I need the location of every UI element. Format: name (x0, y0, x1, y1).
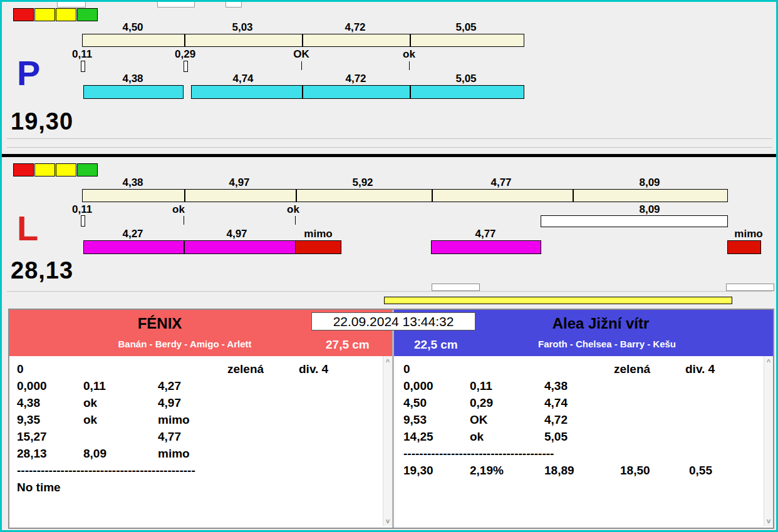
lane-letter-l: L (17, 211, 38, 246)
change-marker (184, 216, 184, 225)
table-row: 9,35 ok mimo (9, 413, 392, 430)
table-row: 28,13 8,09 mimo (9, 447, 392, 464)
lane-letter-p: P (17, 56, 40, 91)
split-time-label: 8,09 (639, 176, 660, 189)
team-right-results: 0 zelená div. 4 0,000 0,11 4,38 4,50 0,2… (396, 356, 773, 526)
scroll-down-icon[interactable]: v (764, 517, 773, 524)
change-marker (295, 216, 296, 225)
scrollbar-vertical[interactable]: ^ v (764, 356, 773, 526)
split-time-label: 4,38 (122, 176, 143, 189)
scroll-down-icon[interactable]: v (383, 517, 392, 524)
status-light-green (77, 163, 98, 176)
fault-bar-red (727, 240, 761, 254)
change-marker (184, 61, 188, 72)
stat-cell: 0,55 (689, 464, 712, 478)
lane-p-total-time: 19,30 (11, 110, 73, 133)
cell: ok (470, 430, 484, 444)
cell: 5,05 (544, 430, 568, 444)
split-time-label: 4,72 (345, 21, 365, 34)
cell: mimo (158, 447, 190, 461)
bar-tick (410, 85, 411, 99)
run-bar-cyan (83, 85, 184, 99)
cell: 4,77 (158, 430, 181, 444)
result-footer-row: No time (9, 481, 392, 498)
status-light-yellow (34, 8, 55, 21)
split-time-label: 5,92 (352, 176, 373, 189)
separator-dashes: ----------------------------------------… (17, 464, 195, 478)
cell: 0,11 (83, 379, 106, 393)
cell: div. 4 (299, 362, 328, 376)
team-right-jump-height: 22,5 cm (414, 338, 458, 352)
table-row: 14,25 ok 5,05 (396, 430, 773, 447)
panel-divider (392, 310, 394, 528)
lane-divider (2, 154, 776, 157)
cell: ok (83, 413, 97, 427)
progress-bar-yellow (384, 297, 732, 304)
cell: 0,000 (403, 379, 433, 393)
table-row: 0 zelená div. 4 (9, 362, 392, 379)
run-time-label: 4,97 (226, 228, 247, 240)
cell: 8,09 (83, 447, 106, 461)
run-time-label: 4,77 (475, 228, 495, 240)
checkpoint-label: ok (287, 203, 299, 216)
split-time-label: 5,05 (455, 21, 476, 34)
cell: zelená (227, 362, 264, 376)
bar-tick (573, 189, 574, 202)
cell: zelená (614, 362, 650, 376)
checkpoint-label: 0,11 (72, 203, 92, 216)
no-time-label: No time (17, 481, 61, 494)
cell: 28,13 (17, 447, 47, 461)
checkpoint-label: 8,09 (639, 203, 660, 216)
totals-row: 19,30 2,19% 18,89 18,50 0,55 (396, 464, 773, 481)
bar-tick (410, 34, 411, 47)
background-window-fragment (226, 2, 242, 8)
checkpoint-label: ok (403, 48, 415, 61)
pending-marker-box (726, 284, 774, 291)
cell: 4,74 (544, 396, 568, 410)
bar-tick (184, 34, 185, 47)
scroll-up-icon[interactable]: ^ (383, 358, 392, 366)
run-time-label: 4,72 (345, 73, 366, 85)
split-time-label: 4,50 (122, 21, 143, 34)
total-time-cell: 19,30 (403, 464, 433, 478)
split-time-label: 4,97 (229, 176, 249, 189)
fault-label: mimo (304, 228, 332, 240)
table-row: 15,27 4,77 (9, 430, 392, 447)
start-marker (81, 215, 85, 227)
fault-label: mimo (734, 228, 762, 240)
table-row: 9,53 OK 4,72 (396, 413, 773, 430)
scroll-up-icon[interactable]: ^ (764, 358, 773, 366)
cell: 0,11 (470, 379, 492, 393)
separator-dashes: -------------------------------------- (403, 447, 554, 461)
run-time-label: 4,38 (122, 73, 143, 85)
cell: 4,50 (403, 396, 427, 410)
empty-track-line (7, 291, 772, 292)
cell: 9,35 (17, 413, 40, 427)
datetime-display: 22.09.2024 13:44:32 (311, 312, 475, 330)
cell: 14,25 (403, 430, 433, 444)
bar-tick (296, 189, 297, 202)
table-row: 4,38 ok 4,97 (9, 396, 392, 413)
scrollbar-vertical[interactable]: ^ v (383, 356, 392, 526)
cell: 15,27 (17, 430, 47, 444)
empty-track-line (7, 138, 772, 139)
checkpoint-label: 0,29 (175, 48, 195, 61)
run-bar-magenta (83, 240, 296, 254)
run-time-label: 5,05 (455, 73, 476, 85)
cell: div. 4 (685, 362, 715, 376)
bar-tick (184, 189, 185, 202)
cell: 4,97 (158, 396, 181, 410)
cell: 0,000 (17, 379, 47, 393)
team-right-name: Alea Jižní vítr (450, 315, 751, 332)
bar-tick (302, 34, 303, 47)
split-time-label: 4,77 (490, 176, 511, 189)
status-light-yellow (56, 8, 76, 21)
run-bar-cyan (191, 85, 524, 99)
cell: 4,27 (158, 379, 181, 393)
split-bar-cream (82, 34, 524, 47)
team-left-jump-height: 27,5 cm (326, 338, 370, 352)
table-row: 0 zelená div. 4 (396, 362, 773, 379)
table-row: 0,000 0,11 4,27 (9, 379, 392, 396)
run-bar-magenta (431, 240, 541, 254)
cell: 4,72 (544, 413, 568, 427)
